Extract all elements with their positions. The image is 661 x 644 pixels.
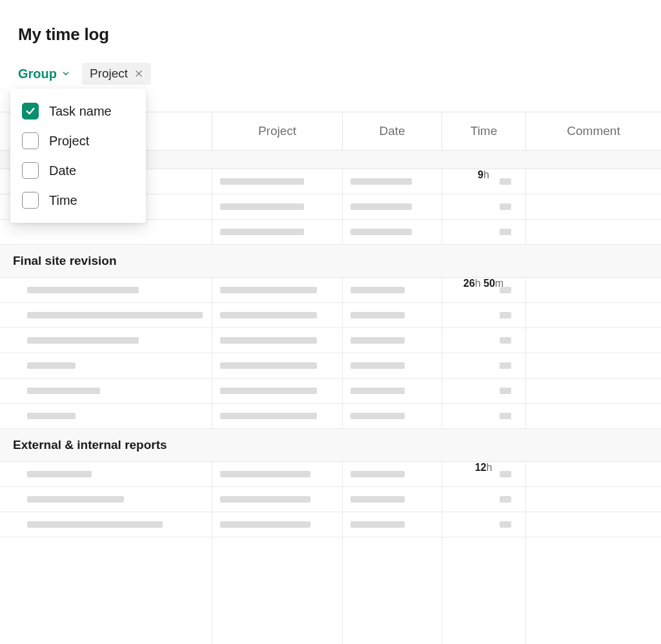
cell-project <box>212 487 342 512</box>
cell-comment <box>525 353 661 378</box>
cell-date <box>342 487 442 512</box>
table-row[interactable] <box>0 379 661 404</box>
cell-date <box>342 404 442 428</box>
cell-project <box>212 462 342 486</box>
placeholder-bar <box>27 496 124 503</box>
cell-task <box>0 220 212 244</box>
cell-task <box>0 353 212 378</box>
cell-date <box>342 220 442 244</box>
cell-project <box>212 404 342 428</box>
placeholder-bar <box>27 471 92 477</box>
placeholder-bar <box>27 388 100 394</box>
group-total-time: 9h <box>442 169 525 181</box>
table-row[interactable] <box>0 404 661 429</box>
cell-time <box>442 194 525 219</box>
placeholder-bar <box>220 287 317 293</box>
cell-project <box>212 379 342 403</box>
dropdown-item-project[interactable]: Project <box>10 126 146 156</box>
cell-task <box>0 404 212 428</box>
cell-comment <box>525 278 661 302</box>
cell-project <box>212 220 342 244</box>
cell-task <box>0 328 212 353</box>
cell-time <box>442 220 525 244</box>
placeholder-bar <box>351 362 405 369</box>
column-header-project[interactable]: Project <box>212 112 342 150</box>
cell-date <box>342 353 442 378</box>
placeholder-bar <box>220 471 310 477</box>
placeholder-bar <box>500 362 511 369</box>
checkbox-checked-icon[interactable] <box>22 103 39 119</box>
placeholder-bar <box>500 312 511 318</box>
placeholder-bar <box>500 229 511 235</box>
placeholder-bar <box>351 312 405 318</box>
placeholder-bar <box>351 337 405 344</box>
dropdown-item-label: Time <box>49 193 77 208</box>
cell-time <box>442 303 525 327</box>
chip-label: Project <box>90 67 128 81</box>
placeholder-bar <box>27 521 163 528</box>
column-header-date[interactable]: Date <box>342 112 442 150</box>
cell-task <box>0 512 212 537</box>
checkbox-unchecked-icon[interactable] <box>22 162 39 179</box>
dropdown-item-date[interactable]: Date <box>10 156 146 185</box>
table-row[interactable] <box>0 487 661 512</box>
group-label: Group <box>18 67 57 81</box>
placeholder-bar <box>351 229 412 235</box>
table-row[interactable] <box>0 328 661 353</box>
placeholder-bar <box>351 496 405 503</box>
checkbox-unchecked-icon[interactable] <box>22 192 39 209</box>
checkbox-unchecked-icon[interactable] <box>22 132 39 149</box>
cell-date <box>342 169 442 194</box>
group-header-row[interactable]: External & internal reports <box>0 429 661 462</box>
cell-comment <box>525 328 661 353</box>
table-row[interactable] <box>0 278 661 303</box>
placeholder-bar <box>500 388 511 394</box>
cell-task <box>0 303 212 327</box>
cell-date <box>342 328 442 353</box>
cell-time <box>442 353 525 378</box>
placeholder-bar <box>500 337 511 344</box>
cell-comment <box>525 379 661 403</box>
dropdown-item-time[interactable]: Time <box>10 185 146 215</box>
dropdown-item-label: Task name <box>49 104 112 119</box>
placeholder-bar <box>351 178 412 185</box>
filter-chip-project[interactable]: Project <box>82 63 151 85</box>
table-empty-space <box>0 537 661 644</box>
cell-comment <box>525 487 661 512</box>
dropdown-item-task-name[interactable]: Task name <box>10 96 146 126</box>
group-name: External & internal reports <box>0 438 167 452</box>
cell-date <box>342 278 442 302</box>
group-total-time: 12h <box>442 462 525 473</box>
cell-comment <box>525 194 661 219</box>
table-row[interactable] <box>0 512 661 537</box>
cell-task <box>0 278 212 302</box>
cell-time <box>442 379 525 403</box>
cell-task <box>0 462 212 486</box>
placeholder-bar <box>220 178 304 185</box>
cell-comment <box>525 512 661 537</box>
table-row[interactable] <box>0 353 661 379</box>
group-total-time: 26h 50m <box>442 278 525 289</box>
cell-date <box>342 462 442 486</box>
table-row[interactable] <box>0 303 661 328</box>
column-header-comment[interactable]: Comment <box>525 112 661 150</box>
cell-project <box>212 353 342 378</box>
close-icon[interactable] <box>134 69 143 78</box>
group-dropdown-trigger[interactable]: Group <box>18 67 70 81</box>
cell-project <box>212 169 342 194</box>
table-row[interactable] <box>0 220 661 245</box>
placeholder-bar <box>220 388 317 394</box>
group-name: Final site revision <box>0 254 117 268</box>
cell-project <box>212 512 342 537</box>
table-row[interactable] <box>0 462 661 487</box>
group-header-row[interactable]: Final site revision <box>0 245 661 278</box>
placeholder-bar <box>220 203 304 210</box>
cell-date <box>342 194 442 219</box>
cell-task <box>0 379 212 403</box>
placeholder-bar <box>220 362 317 369</box>
dropdown-item-label: Project <box>49 134 89 149</box>
placeholder-bar <box>351 521 405 528</box>
group-dropdown-menu: Task name Project Date Time <box>10 88 146 223</box>
toolbar: Group Project Task name Project <box>0 63 661 85</box>
column-header-time[interactable]: Time <box>442 112 525 150</box>
